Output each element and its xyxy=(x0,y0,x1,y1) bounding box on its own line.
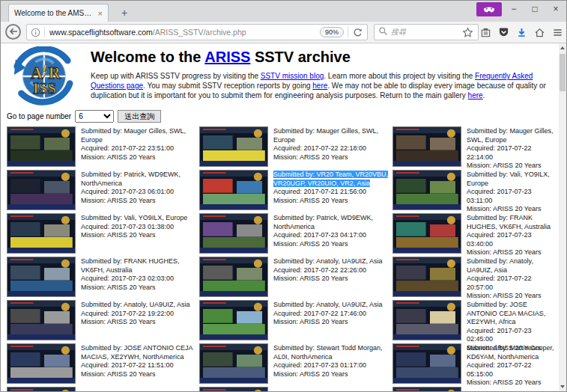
url-host: www.spaceflightsoftware.com xyxy=(49,28,153,37)
gallery-item[interactable]: Submitted by: Mauger Gilles, SWL, Europe… xyxy=(7,126,199,167)
sstv-thumbnail[interactable] xyxy=(7,213,76,254)
submitted-line: Submitted by: Mauger Gilles, SWL, Europe xyxy=(467,127,554,144)
reload-button[interactable] xyxy=(348,28,367,37)
sstv-thumbnail[interactable] xyxy=(7,257,76,297)
submitted-line: Submitted by: Patrick, WD9EWK, NorthAmer… xyxy=(81,171,181,187)
gallery-item-partial[interactable] xyxy=(392,387,558,391)
item-details: Submitted by: Patrick, WD9EWK, NorthAmer… xyxy=(273,213,392,254)
bookmark-star-icon[interactable] xyxy=(461,26,473,38)
maximize-button[interactable]: □ xyxy=(524,1,545,17)
sstv-thumbnail[interactable] xyxy=(392,387,461,391)
home-icon[interactable] xyxy=(533,26,545,38)
gallery-item[interactable]: Submitted by: Mauger Gilles, SWL, Europe… xyxy=(199,126,392,167)
gallery-item[interactable]: Submitted by: Anatoly, UA9UIZ, Asia Acqu… xyxy=(199,257,392,297)
item-details: Submitted by: VR20 Team, VR20VBU, VR20UG… xyxy=(273,170,392,210)
zoom-level-badge[interactable]: 90% xyxy=(320,27,344,37)
item-details: Submitted by: FRANK HUGHES, VK6FH, Austr… xyxy=(81,257,199,297)
mission-line: Mission: ARISS 20 Years xyxy=(467,248,542,256)
scroll-down-arrow[interactable] xyxy=(559,382,566,391)
acquired-line: Acquired: 2017-07-22 11:51:00 xyxy=(81,361,173,369)
library-icon[interactable] xyxy=(479,26,491,38)
sstv-thumbnail[interactable] xyxy=(7,170,76,210)
browser-tab[interactable]: Welcome to the AMSAT SSTV × xyxy=(8,4,109,22)
close-window-button[interactable]: × xyxy=(545,1,566,17)
pocket-icon[interactable] xyxy=(497,26,509,38)
acquired-line: Acquired: 2017-07-23 04:17:00 xyxy=(273,231,366,239)
gallery-item-partial[interactable] xyxy=(199,387,392,391)
gallery-item[interactable]: Submitted by: Stewart Todd Morgan, AL0I,… xyxy=(199,343,392,384)
sstv-thumbnail[interactable] xyxy=(7,300,76,340)
gallery-item[interactable]: Submitted by: Patrick, WD9EWK, NorthAmer… xyxy=(7,170,199,210)
gallery-item[interactable]: Submitted by: Mauger Gilles, SWL, Europe… xyxy=(392,126,558,167)
sstv-thumbnail[interactable] xyxy=(7,343,76,384)
title-prefix: Welcome to the xyxy=(91,49,204,65)
sstv-thumbnail[interactable] xyxy=(199,300,268,340)
intro-link[interactable]: SSTV mission blog xyxy=(261,72,324,80)
sstv-thumbnail[interactable] xyxy=(392,126,461,167)
sstv-thumbnail[interactable] xyxy=(7,126,76,167)
back-button[interactable] xyxy=(5,24,21,40)
toolbar-icons xyxy=(461,24,563,40)
sstv-thumbnail[interactable] xyxy=(392,213,461,254)
mission-line: Mission: ARISS 20 Years xyxy=(273,370,348,378)
gallery-item[interactable]: Submitted by: Patrick, WD9EWK, NorthAmer… xyxy=(199,213,392,254)
gallery-item-partial[interactable] xyxy=(7,387,199,391)
gallery-item[interactable]: Submitted by: JOSE ANTONIO CEJA MACIAS, … xyxy=(392,300,558,340)
url-path: /ARISS_SSTV/archive.php xyxy=(153,28,246,37)
new-tab-button[interactable]: + xyxy=(115,5,133,20)
vertical-scrollbar[interactable] xyxy=(559,43,566,391)
tab-strip: Welcome to the AMSAT SSTV × + − □ × xyxy=(1,1,566,22)
sstv-thumbnail[interactable] xyxy=(392,257,461,297)
tab-close-icon[interactable]: × xyxy=(98,9,103,18)
url-bar[interactable]: www.spaceflightsoftware.com/ARISS_SSTV/a… xyxy=(26,24,368,40)
intro-link[interactable]: here xyxy=(468,91,483,99)
page-number-select[interactable]: 6 xyxy=(75,110,114,123)
acquired-line: Acquired: 2017-07-23 01:38:00 xyxy=(81,223,174,230)
submitted-line: Submitted by: VR20 Team, VR20VBU, VR20UG… xyxy=(273,171,388,187)
private-browsing-badge xyxy=(476,2,502,16)
mission-line: Mission: ARISS 20 Years xyxy=(273,153,348,161)
sstv-thumbnail[interactable] xyxy=(392,170,461,210)
sstv-thumbnail[interactable] xyxy=(199,387,268,391)
item-details: Submitted by: Vali, YO9ILX, Europe Acqui… xyxy=(81,213,187,254)
gallery-item[interactable]: Submitted by: JOSE ANTONIO CEJA MACIAS, … xyxy=(7,343,199,384)
mission-line: Mission: ARISS 20 Years xyxy=(273,318,348,325)
sstv-thumbnail[interactable] xyxy=(199,257,268,297)
mission-line: Mission: ARISS 20 Years xyxy=(467,292,542,299)
item-details: Submitted by: Mauger Gilles, SWL, Europe… xyxy=(273,126,392,167)
scrollbar-thumb[interactable] xyxy=(560,54,566,91)
mission-line: Mission: ARISS 20 Years xyxy=(273,275,348,282)
download-icon[interactable] xyxy=(515,26,527,38)
svg-text:ISS: ISS xyxy=(33,79,56,97)
minimize-button[interactable]: − xyxy=(503,1,524,17)
gallery-item[interactable]: Submitted by: VR20 Team, VR20VBU, VR20UG… xyxy=(199,170,392,210)
sstv-thumbnail[interactable] xyxy=(392,343,461,384)
intro-link[interactable]: here xyxy=(312,82,327,90)
menu-hamburger-icon[interactable] xyxy=(551,26,563,38)
gallery-item[interactable]: Submitted by: Anatoly, UA9UIZ, Asia Acqu… xyxy=(7,300,199,340)
scroll-up-arrow[interactable] xyxy=(559,43,566,52)
sstv-thumbnail[interactable] xyxy=(199,170,268,210)
sstv-thumbnail[interactable] xyxy=(392,300,461,340)
gallery-item[interactable]: Submitted by: Martin Cooper, KD6YAM, Nor… xyxy=(392,343,558,384)
acquired-line: Acquired: 2017-07-22 23:51:00 xyxy=(81,144,174,152)
item-details: Submitted by: JOSE ANTONIO CEJA MACIAS, … xyxy=(467,300,558,340)
gallery-item[interactable]: Submitted by: Anatoly, UA9UIZ, Asia Acqu… xyxy=(392,257,558,297)
sstv-thumbnail[interactable] xyxy=(7,387,76,391)
url-text[interactable]: www.spaceflightsoftware.com/ARISS_SSTV/a… xyxy=(45,28,320,37)
gallery-item[interactable]: Submitted by: FRANK HUGHES, VK6FH, Austr… xyxy=(7,257,199,297)
sstv-thumbnail[interactable] xyxy=(199,343,268,384)
gallery-item[interactable]: Submitted by: Anatoly, UA9UIZ, Asia Acqu… xyxy=(199,300,392,340)
mission-line: Mission: ARISS 20 Years xyxy=(467,162,542,169)
sstv-thumbnail[interactable] xyxy=(199,213,268,254)
ariss-link[interactable]: ARISS xyxy=(204,49,250,65)
submit-query-button[interactable]: 送出查詢 xyxy=(118,110,161,123)
sstv-thumbnail[interactable] xyxy=(199,126,268,167)
gallery-item[interactable]: Submitted by: Vali, YO9ILX, Europe Acqui… xyxy=(392,170,558,210)
submitted-line: Submitted by: Vali, YO9ILX, Europe xyxy=(467,171,550,187)
site-info-icon[interactable] xyxy=(27,28,44,37)
back-arrow-icon xyxy=(9,25,18,39)
mission-line: Mission: ARISS 20 Years xyxy=(81,370,156,378)
gallery-item[interactable]: Submitted by: Vali, YO9ILX, Europe Acqui… xyxy=(7,213,199,254)
gallery-item[interactable]: Submitted by: FRANK HUGHES, VK6FH, Austr… xyxy=(392,213,558,254)
